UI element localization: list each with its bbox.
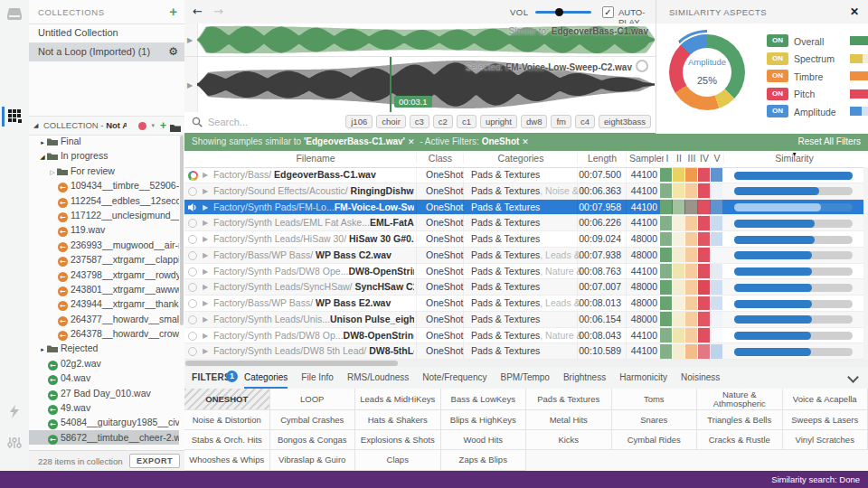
search-tag[interactable]: j106 <box>345 115 373 128</box>
forward-arrow-icon[interactable]: → <box>213 5 223 18</box>
col-IV[interactable]: IV <box>698 153 711 164</box>
close-icon[interactable]: ✕ <box>850 5 859 18</box>
search-tag[interactable]: c2 <box>433 115 453 128</box>
category-stabs-orch-hits[interactable]: Stabs & Orch. Hits <box>184 430 270 450</box>
selected-waveform[interactable]: ▶ 00:03.1 Selected: FM-Voice-Low-Sweep-C… <box>184 57 656 113</box>
search-tag[interactable]: c1 <box>457 115 476 128</box>
table-horizontal-scrollbar[interactable] <box>184 360 868 367</box>
tab-categories[interactable]: Categories <box>244 367 288 389</box>
table-vertical-scrollbar[interactable] <box>863 167 868 360</box>
play-button-similar[interactable]: ▶ <box>184 23 198 56</box>
tree-file[interactable]: ← 04.wav <box>29 371 179 385</box>
search-tag[interactable]: c3 <box>410 115 429 128</box>
tree-file[interactable]: ← 27 Bad Day_010.wav <box>29 386 179 400</box>
col-class[interactable]: Class <box>416 153 464 164</box>
category-zaps-blips[interactable]: Zaps & Blips <box>441 450 527 471</box>
export-button[interactable]: EXPORT <box>129 454 180 468</box>
row-play-icon[interactable]: ▶ <box>203 200 208 215</box>
row-play-icon[interactable]: ▶ <box>203 296 208 311</box>
category-sweeps-lasers[interactable]: Sweeps & Lasers <box>783 410 868 430</box>
collection-tree-header[interactable]: ◢ COLLECTION - Not A Loo.. ▾ + <box>29 116 184 136</box>
volume-thumb[interactable] <box>555 8 563 16</box>
tree-caret-icon[interactable]: ▸ <box>38 136 47 148</box>
chevron-down-icon[interactable] <box>847 371 859 383</box>
remove-class-filter-icon[interactable]: ✕ <box>522 137 529 146</box>
tab-rms-loudness[interactable]: RMS/Loudness <box>347 367 409 389</box>
mixer-icon[interactable] <box>0 435 29 458</box>
tree-dropdown-icon[interactable]: ▾ <box>151 117 155 135</box>
aspect-toggle[interactable]: ON <box>767 34 788 47</box>
row-play-icon[interactable]: ▶ <box>203 264 208 279</box>
table-row[interactable]: ▶Factory/Synth Leads/HiSaw 30/ HiSaw 30 … <box>184 231 863 248</box>
tree-folder[interactable]: ▷ For review <box>29 164 179 178</box>
tree-file[interactable]: ← 02g2.wav <box>29 356 179 371</box>
category-whooshes-whips[interactable]: Whooshes & Whips <box>184 450 270 471</box>
aspect-toggle[interactable]: ON <box>767 88 788 100</box>
tree-caret-icon[interactable]: ◢ <box>38 150 47 163</box>
table-row[interactable]: ▶Factory/Sound Effects/Acoustic/ Ringing… <box>184 183 863 200</box>
col-V[interactable]: V <box>711 153 723 164</box>
table-row[interactable]: ▶Factory/Bass/WP Bass/ WP Bass C2.wavOne… <box>184 248 863 264</box>
search-tag[interactable]: fm <box>551 115 571 128</box>
col-III[interactable]: III <box>685 153 698 164</box>
play-button-selected[interactable]: ▶ <box>184 57 198 112</box>
category-explosions-shots[interactable]: Explosions & Shots <box>355 430 441 450</box>
similar-waveform[interactable]: ▶ Similar to: EdgeoverBass-C1.wav <box>184 23 656 57</box>
table-row[interactable]: ▶Factory/Synth Leads/SyncHSaw/ SyncHSaw … <box>184 279 863 296</box>
tree-file[interactable]: ← 119.wav <box>29 222 179 237</box>
category-cracks-rustle[interactable]: Cracks & Rustle <box>697 430 783 450</box>
table-row[interactable]: ▶Factory/Synth Leads/DW8 5th Lead/ DW8-5… <box>184 343 863 360</box>
col-samplerate[interactable]: Samplerate <box>626 153 664 164</box>
back-arrow-icon[interactable]: ← <box>193 5 203 18</box>
tab-noisiness[interactable]: Noisiness <box>681 367 720 389</box>
category-triangles-bells[interactable]: Triangles & Bells <box>697 410 783 430</box>
tree-file[interactable]: ← 109434__timbre__52906-vl... <box>29 178 179 192</box>
add-folder-plus-icon[interactable]: + <box>160 117 166 135</box>
category-bongos-congas[interactable]: Bongos & Congas <box>270 430 356 450</box>
tree-file[interactable]: ← 236993__mugwood__air-ra... <box>29 238 179 252</box>
remove-similarity-filter-icon[interactable]: ✕ <box>408 137 415 146</box>
tree-file[interactable]: ← 54084__guitarguy1985__civild... <box>29 415 179 429</box>
tab-brightness[interactable]: Brightness <box>563 367 606 389</box>
category-wood-hits[interactable]: Wood Hits <box>441 430 527 450</box>
aspect-toggle[interactable]: ON <box>767 52 788 65</box>
category-cymbal-rides[interactable]: Cymbal Rides <box>612 430 698 450</box>
category-kicks[interactable]: Kicks <box>526 430 612 450</box>
tree-file[interactable]: ← 243798__xtrgamr__rowdy-... <box>29 267 179 282</box>
col-length[interactable]: Length <box>577 153 627 164</box>
tab-file-info[interactable]: File Info <box>301 367 334 389</box>
volume-slider[interactable] <box>535 11 591 14</box>
category-voice-acapella[interactable]: Voice & Acapella <box>783 389 868 410</box>
col-II[interactable]: II <box>673 153 685 164</box>
row-play-icon[interactable]: ▶ <box>203 231 208 247</box>
aspect-toggle[interactable]: ON <box>767 70 788 82</box>
collection-item[interactable]: Untitled Collection <box>29 23 184 42</box>
search-tag[interactable]: dw8 <box>521 115 547 128</box>
table-row[interactable]: ▶Factory/Synth Leads/EML Fat Aske...EML-… <box>184 215 863 231</box>
lightning-icon[interactable] <box>0 404 29 427</box>
category-vinyl-scratches[interactable]: Vinyl Scratches <box>783 430 868 450</box>
category-bass-lowkeys[interactable]: Bass & LowKeys <box>441 389 527 410</box>
tree-file[interactable]: ← 112254__edbles__12secon... <box>29 193 179 208</box>
row-play-icon[interactable]: ▶ <box>203 343 208 359</box>
drive-icon[interactable] <box>0 5 29 29</box>
category-vibraslap-guiro[interactable]: Vibraslap & Guiro <box>270 450 356 471</box>
category-pads-textures[interactable]: Pads & Textures <box>526 389 612 410</box>
category-noise-distortion[interactable]: Noise & Distortion <box>184 410 270 430</box>
row-play-icon[interactable]: ▶ <box>203 279 208 295</box>
search-tag[interactable]: choir <box>376 115 406 128</box>
tree-file[interactable]: ← 264377__howardv__small-... <box>29 312 179 326</box>
category-blips-highkeys[interactable]: Blips & HighKeys <box>441 410 527 430</box>
tree-file[interactable]: ← 243944__xtrgamr__thank-y... <box>29 296 179 311</box>
category-metal-hits[interactable]: Metal Hits <box>526 410 612 430</box>
tab-note-frequency[interactable]: Note/Frequency <box>422 367 486 389</box>
category-toms[interactable]: Toms <box>612 389 698 410</box>
row-play-icon[interactable]: ▶ <box>203 248 208 263</box>
collections-nav-item[interactable] <box>0 106 29 129</box>
category-oneshot[interactable]: ONESHOT <box>184 389 270 410</box>
table-row[interactable]: ▶Factory/Synth Pads/DW8 Ope...DW8-OpenSt… <box>184 264 863 280</box>
row-play-icon[interactable]: ▶ <box>203 183 208 199</box>
col-categories[interactable]: Categories <box>463 153 578 164</box>
tree-caret-icon[interactable]: ▸ <box>38 343 47 355</box>
category-claps[interactable]: Claps <box>355 450 441 471</box>
